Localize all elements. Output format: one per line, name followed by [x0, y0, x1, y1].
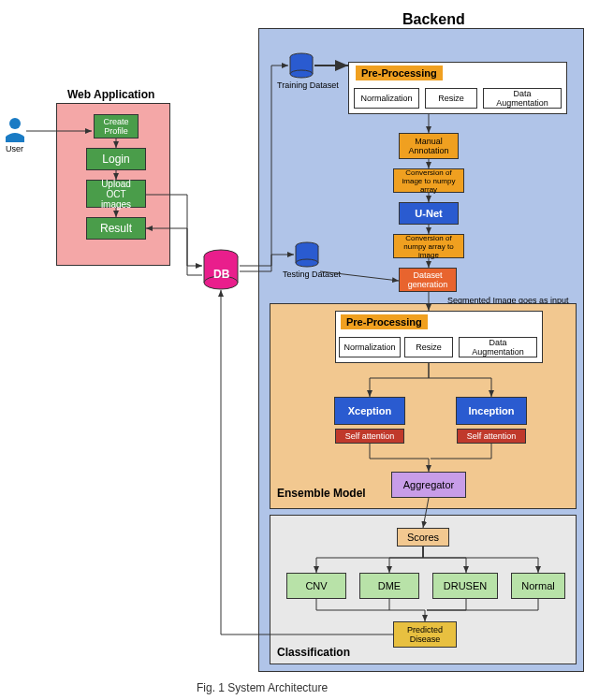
scores-box: Scores: [397, 528, 449, 547]
preproc1-title: Pre-Processing: [356, 66, 443, 80]
db-label: DB: [213, 268, 229, 281]
backend-title: Backend: [402, 11, 465, 28]
unet-box: U-Net: [399, 202, 459, 225]
testing-db-label: Testing Dataset: [283, 270, 341, 279]
self-att2-box: Self attention: [457, 429, 526, 444]
upload-box: Upload OCT images: [86, 180, 146, 208]
cnv-box: CNV: [286, 573, 346, 599]
training-db-label: Training Dataset: [277, 80, 339, 90]
preproc1-aug: Data Augmentation: [483, 88, 562, 109]
svg-point-15: [296, 259, 318, 267]
user-label: User: [6, 144, 23, 153]
result-box: Result: [86, 217, 146, 240]
dataset-gen-box: Dataset generation: [399, 268, 457, 292]
svg-point-0: [9, 118, 21, 129]
preproc2-norm: Normalization: [339, 337, 401, 357]
aggregator-box: Aggregator: [391, 472, 466, 498]
drusen-box: DRUSEN: [432, 573, 498, 599]
dme-box: DME: [359, 573, 419, 599]
preproc2-title: Pre-Processing: [341, 314, 428, 329]
figure-caption: Fig. 1 System Architecture: [197, 681, 328, 694]
login-box: Login: [86, 148, 146, 170]
manual-ann-box: Manual Annotation: [399, 133, 459, 159]
xception-box: Xception: [334, 397, 405, 425]
ensemble-title: Ensemble Model: [277, 487, 366, 500]
classification-title: Classification: [277, 646, 350, 659]
svg-point-10: [290, 70, 313, 78]
training-db-icon: [288, 52, 314, 79]
preproc1-resize: Resize: [425, 88, 477, 109]
webapp-title: Web Application: [67, 88, 154, 101]
predicted-box: Predicted Disease: [393, 621, 457, 648]
user-icon: [4, 116, 26, 144]
testing-db-icon: [294, 241, 320, 268]
preproc1-norm: Normalization: [354, 88, 419, 109]
preproc2-resize: Resize: [404, 337, 453, 357]
conv-to-img-box: Conversion of numpy array to image: [393, 234, 464, 258]
inception-box: Inception: [456, 397, 527, 425]
normal-box: Normal: [511, 573, 565, 599]
create-profile-box: Create Profile: [94, 114, 139, 139]
preproc2-aug: Data Augmentation: [459, 337, 537, 357]
conv-to-np-box: Conversion of image to numpy array: [393, 168, 464, 193]
self-att1-box: Self attention: [335, 429, 404, 444]
